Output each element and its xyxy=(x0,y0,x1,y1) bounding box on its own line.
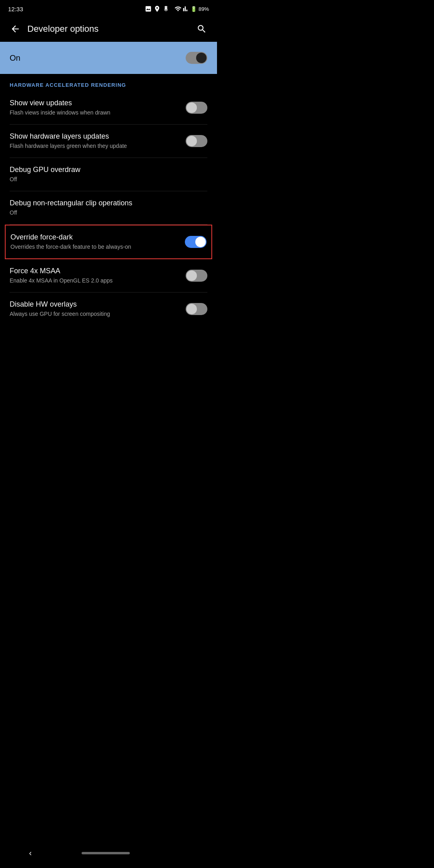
setting-text-show-view-updates: Show view updatesFlash views inside wind… xyxy=(10,98,179,117)
status-bar: 12:33 🔋 89% xyxy=(0,0,217,16)
notification-icons xyxy=(145,5,170,12)
section-header-hardware-rendering: HARDWARE ACCELERATED RENDERING xyxy=(10,82,207,91)
setting-item-override-force-dark[interactable]: Override force-darkOverrides the force-d… xyxy=(5,225,212,259)
toggle-thumb-show-view-updates xyxy=(186,102,197,113)
setting-title-show-view-updates: Show view updates xyxy=(10,98,179,108)
toggle-show-view-updates[interactable] xyxy=(186,102,207,114)
setting-title-force-4x-msaa: Force 4x MSAA xyxy=(10,266,179,276)
setting-text-force-4x-msaa: Force 4x MSAAEnable 4x MSAA in OpenGL ES… xyxy=(10,266,179,285)
setting-text-debug-non-rectangular: Debug non-rectangular clip operationsOff xyxy=(10,199,201,217)
toggle-thumb-override-force-dark xyxy=(195,237,206,247)
status-time: 12:33 xyxy=(8,6,23,12)
toggle-disable-hw-overlays[interactable] xyxy=(186,303,207,315)
setting-subtitle-disable-hw-overlays: Always use GPU for screen compositing xyxy=(10,310,179,318)
toggle-force-4x-msaa[interactable] xyxy=(186,270,207,282)
setting-item-debug-gpu-overdraw[interactable]: Debug GPU overdrawOff xyxy=(10,158,207,191)
image-icon xyxy=(145,5,152,12)
page-title: Developer options xyxy=(27,24,193,34)
setting-item-debug-non-rectangular[interactable]: Debug non-rectangular clip operationsOff xyxy=(10,191,207,224)
toggle-thumb-disable-hw-overlays xyxy=(186,304,197,314)
location-icon xyxy=(154,5,161,12)
toggle-thumb-force-4x-msaa xyxy=(186,270,197,281)
back-button[interactable] xyxy=(6,20,24,38)
setting-text-show-hardware-layers: Show hardware layers updatesFlash hardwa… xyxy=(10,132,179,150)
toggle-override-force-dark[interactable] xyxy=(185,236,207,248)
setting-subtitle-debug-non-rectangular: Off xyxy=(10,209,201,217)
setting-item-show-hardware-layers[interactable]: Show hardware layers updatesFlash hardwa… xyxy=(10,125,207,158)
setting-title-debug-gpu-overdraw: Debug GPU overdraw xyxy=(10,165,201,174)
dropbox-icon xyxy=(162,5,170,12)
setting-text-override-force-dark: Override force-darkOverrides the force-d… xyxy=(10,233,178,251)
system-icons: 🔋 89% xyxy=(174,5,209,12)
on-label: On xyxy=(10,53,20,63)
wifi-icon xyxy=(174,5,182,12)
setting-title-debug-non-rectangular: Debug non-rectangular clip operations xyxy=(10,199,201,208)
app-bar: Developer options xyxy=(0,16,217,42)
toggle-show-hardware-layers[interactable] xyxy=(186,135,207,147)
toggle-thumb-show-hardware-layers xyxy=(186,136,197,146)
battery-icon: 🔋 xyxy=(190,6,197,12)
setting-item-show-view-updates[interactable]: Show view updatesFlash views inside wind… xyxy=(10,91,207,124)
setting-item-disable-hw-overlays[interactable]: Disable HW overlaysAlways use GPU for sc… xyxy=(10,293,207,326)
setting-subtitle-force-4x-msaa: Enable 4x MSAA in OpenGL ES 2.0 apps xyxy=(10,277,179,285)
setting-title-show-hardware-layers: Show hardware layers updates xyxy=(10,132,179,141)
setting-title-override-force-dark: Override force-dark xyxy=(10,233,178,242)
developer-options-toggle[interactable] xyxy=(186,52,207,64)
setting-item-force-4x-msaa[interactable]: Force 4x MSAAEnable 4x MSAA in OpenGL ES… xyxy=(10,259,207,292)
setting-subtitle-show-hardware-layers: Flash hardware layers green when they up… xyxy=(10,142,179,150)
toggle-thumb xyxy=(196,53,207,63)
developer-options-toggle-banner[interactable]: On xyxy=(0,42,217,74)
signal-icon xyxy=(183,5,189,12)
hardware-rendering-section: HARDWARE ACCELERATED RENDERING Show view… xyxy=(0,74,217,326)
settings-list: Show view updatesFlash views inside wind… xyxy=(10,91,207,326)
setting-title-disable-hw-overlays: Disable HW overlays xyxy=(10,300,179,309)
setting-text-debug-gpu-overdraw: Debug GPU overdrawOff xyxy=(10,165,201,184)
battery-percent: 89% xyxy=(199,6,209,12)
search-button[interactable] xyxy=(193,20,211,38)
setting-subtitle-override-force-dark: Overrides the force-dark feature to be a… xyxy=(10,243,178,251)
setting-subtitle-show-view-updates: Flash views inside windows when drawn xyxy=(10,109,179,117)
status-icons: 🔋 89% xyxy=(145,5,209,12)
setting-text-disable-hw-overlays: Disable HW overlaysAlways use GPU for sc… xyxy=(10,300,179,318)
setting-subtitle-debug-gpu-overdraw: Off xyxy=(10,176,201,184)
